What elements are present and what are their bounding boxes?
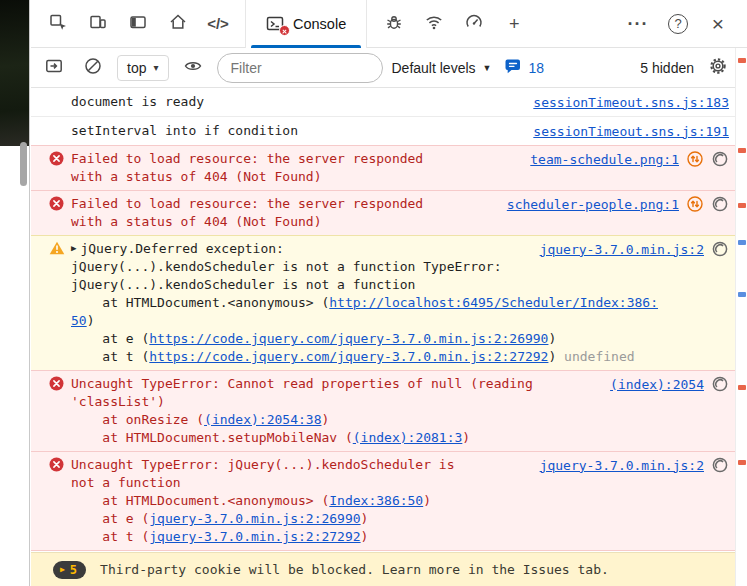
message-source: sessionTimeout.sns.js:183 [533,93,729,111]
eye-live-expression-icon [183,56,203,79]
ai-explain-icon[interactable] [711,375,729,393]
console-settings-button[interactable] [703,53,733,83]
scroll-marker[interactable] [738,292,746,297]
code-link[interactable]: https://code.jquery.com/jquery-3.7.0.min… [149,349,548,364]
more-options-button[interactable]: ··· [619,4,657,44]
issues-count-badge[interactable]: ▶ 5 [53,561,86,579]
chevron-down-icon: ▼ [483,63,492,73]
console-message-error[interactable]: Uncaught TypeError: jQuery(...).kendoSch… [31,451,735,551]
error-icon [49,195,71,231]
code-link[interactable]: (index):2054:38 [204,412,321,427]
home-button[interactable] [159,4,197,44]
source-location-link[interactable]: sessionTimeout.sns.js:183 [533,95,729,110]
issues-counter[interactable]: 18 [504,57,544,78]
tab-console[interactable]: Console [245,0,367,48]
performance-tool-button[interactable] [455,4,493,44]
message-source: jquery-3.7.0.min.js:2 [540,456,729,474]
error-icon [49,150,71,186]
close-devtools-button[interactable]: × [699,4,737,44]
performance-gauge-icon [464,12,484,35]
inspect-element-button[interactable] [39,4,77,44]
source-location-link[interactable]: team-schedule.png:1 [530,152,679,167]
source-location-link[interactable]: jquery-3.7.0.min.js:2 [540,458,704,473]
device-toolbar-button[interactable] [79,4,117,44]
code-link[interactable]: https://code.jquery.com/jquery-3.7.0.min… [149,331,548,346]
settings-gear-icon [708,56,728,79]
explain-error-icon[interactable] [686,150,704,168]
issue-count-value: 5 [70,564,77,576]
close-icon: × [712,13,724,34]
console-message-log[interactable]: document is readysessionTimeout.sns.js:1… [31,88,735,117]
device-emulation-icon [88,12,108,35]
network-conditions-button[interactable] [415,4,453,44]
more-options-icon: ··· [628,15,649,33]
explain-error-icon[interactable] [686,195,704,213]
scroll-marker[interactable] [738,460,746,465]
message-gutter [49,93,71,111]
page-scrollbar-thumb[interactable] [20,142,27,186]
message-source: (index):2054 [610,375,729,393]
error-icon [49,375,71,447]
sources-icon: </> [207,16,229,31]
scrollbar-marker-strip[interactable] [735,48,747,586]
network-conditions-icon [424,12,444,35]
source-location-link[interactable]: jquery-3.7.0.min.js:2 [540,242,704,257]
javascript-context-selector[interactable]: top ▾ [117,55,169,81]
log-levels-dropdown[interactable]: Default levels ▼ [392,60,492,76]
error-icon [49,456,71,546]
console-sidebar-icon [44,56,64,79]
clear-console-button[interactable] [78,53,108,83]
filter-input[interactable] [217,53,383,83]
scroll-marker[interactable] [738,240,746,245]
code-link[interactable]: jquery-3.7.0.min.js:2:27292 [149,529,360,544]
error-badge-icon [279,25,290,36]
help-button[interactable]: ? [659,4,697,44]
scroll-marker[interactable] [738,148,746,153]
console-icon [266,15,284,32]
warning-icon [49,240,71,366]
ai-explain-icon[interactable] [711,150,729,168]
ai-explain-icon[interactable] [711,195,729,213]
page-image [0,0,29,146]
ai-explain-icon[interactable] [711,240,729,258]
scroll-marker[interactable] [738,203,746,208]
layout-panel-icon [128,12,148,35]
sources-tab-button[interactable]: </> [199,4,237,44]
help-icon: ? [668,14,688,34]
console-message-warning[interactable]: ▶jQuery.Deferred exception:jQuery(...).k… [31,235,735,371]
scroll-marker[interactable] [738,385,746,390]
console-message-error[interactable]: Failed to load resource: the server resp… [31,145,735,191]
console-message-error[interactable]: Failed to load resource: the server resp… [31,190,735,236]
console-sidebar-button[interactable] [39,53,69,83]
activity-bar-button[interactable] [119,4,157,44]
console-toolbar: top ▾ Default levels ▼ 18 5 hidden [31,48,747,88]
source-location-link[interactable]: scheduler-people.png:1 [507,197,679,212]
play-icon: ▶ [60,566,65,574]
console-tab-label: Console [293,16,346,32]
message-source: jquery-3.7.0.min.js:2 [540,240,729,258]
add-tab-icon: + [509,15,520,33]
console-message-error[interactable]: Uncaught TypeError: Cannot read properti… [31,370,735,452]
console-message-log[interactable]: setInterval into if conditionsessionTime… [31,117,735,146]
code-link[interactable]: http://localhost:6495/Scheduler/Index:38… [329,295,658,310]
ai-explain-icon[interactable] [711,456,729,474]
code-link[interactable]: jquery-3.7.0.min.js:2:26990 [149,511,360,526]
context-label: top [127,60,146,76]
console-info-bar: ▶ 5 Third-party cookie will be blocked. … [31,552,735,586]
source-location-link[interactable]: (index):2054 [610,377,704,392]
add-tab-button[interactable]: + [495,4,533,44]
scroll-marker[interactable] [738,58,746,63]
message-source: sessionTimeout.sns.js:191 [533,122,729,140]
source-location-link[interactable]: sessionTimeout.sns.js:191 [533,124,729,139]
devtools-window: </> Console + [0,0,747,586]
chevron-down-icon: ▾ [153,62,158,73]
message-text: ▶jQuery.Deferred exception:jQuery(...).k… [71,240,727,366]
code-link[interactable]: (index):2081:3 [353,430,463,445]
devtools-panel: </> Console + [31,0,747,586]
code-link[interactable]: 50 [71,313,87,328]
hidden-messages-label[interactable]: 5 hidden [640,60,694,76]
code-link[interactable]: Index:386:50 [329,493,423,508]
issues-tool-button[interactable] [375,4,413,44]
log-levels-label: Default levels [392,60,476,76]
create-live-expression-button[interactable] [178,53,208,83]
